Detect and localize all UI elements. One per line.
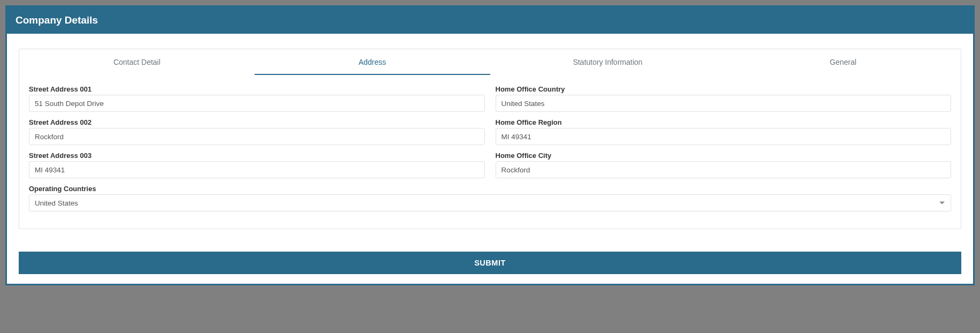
tab-label: Statutory Information xyxy=(573,58,643,66)
tab-contact-detail[interactable]: Contact Detail xyxy=(19,49,254,75)
tab-label: Address xyxy=(359,58,386,66)
operating-countries-label: Operating Countries xyxy=(29,185,951,193)
operating-countries-select[interactable] xyxy=(29,194,951,211)
submit-button-label: Submit xyxy=(474,259,506,267)
submit-button[interactable]: Submit xyxy=(19,252,961,274)
tab-general[interactable]: General xyxy=(726,49,961,75)
panel-body: Contact Detail Address Statutory Informa… xyxy=(7,34,973,284)
tabs: Contact Detail Address Statutory Informa… xyxy=(19,49,961,75)
street-address-001-input[interactable] xyxy=(29,95,485,112)
home-office-country-input[interactable] xyxy=(496,95,952,112)
tab-address[interactable]: Address xyxy=(254,49,490,75)
panel-title: Company Details xyxy=(16,14,98,26)
street-address-001-label: Street Address 001 xyxy=(29,85,485,93)
panel-header: Company Details xyxy=(7,7,973,34)
form-card: Contact Detail Address Statutory Informa… xyxy=(19,49,961,229)
home-office-country-label: Home Office Country xyxy=(496,85,952,93)
street-address-002-input[interactable] xyxy=(29,128,485,145)
home-office-city-input[interactable] xyxy=(496,161,952,178)
street-address-003-input[interactable] xyxy=(29,161,485,178)
company-details-panel: Company Details Contact Detail Address S… xyxy=(5,5,975,285)
operating-countries-value[interactable] xyxy=(29,194,951,211)
tab-label: Contact Detail xyxy=(113,58,160,66)
address-form: Street Address 001 Street Address 002 St… xyxy=(19,75,961,211)
tab-label: General xyxy=(830,58,856,66)
home-office-region-label: Home Office Region xyxy=(496,118,952,126)
street-address-003-label: Street Address 003 xyxy=(29,152,485,160)
tab-statutory-information[interactable]: Statutory Information xyxy=(490,49,726,75)
home-office-region-input[interactable] xyxy=(496,128,952,145)
home-office-city-label: Home Office City xyxy=(496,152,952,160)
street-address-002-label: Street Address 002 xyxy=(29,118,485,126)
